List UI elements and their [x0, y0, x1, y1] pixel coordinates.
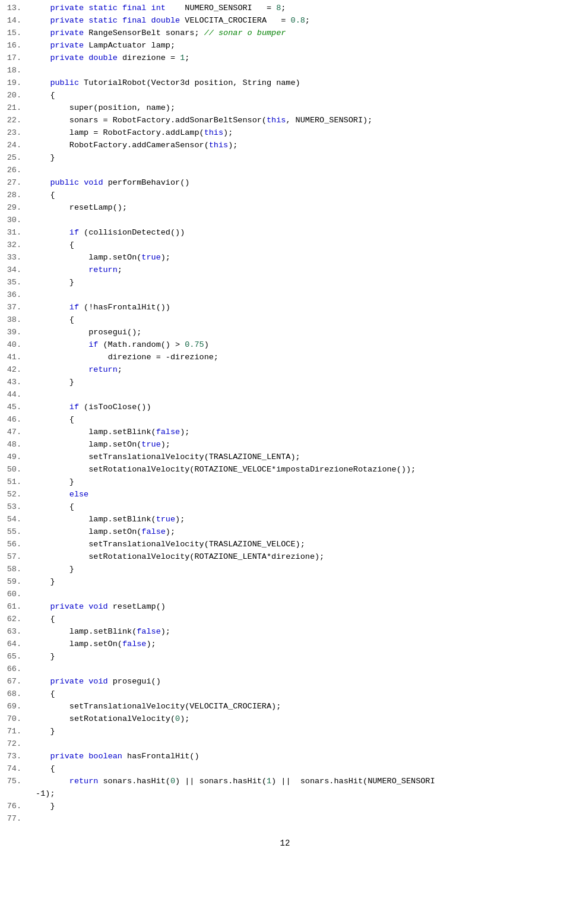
code-line: 39. prosegui();	[0, 327, 570, 339]
code-line: 17. private double direzione = 1;	[0, 52, 570, 65]
line-number: 55.	[0, 526, 31, 539]
page-number: 12	[0, 837, 570, 850]
code-line: 20. {	[0, 90, 570, 102]
code-line: 38. {	[0, 314, 570, 327]
code-line: 56. setTranslationalVelocity(TRASLAZIONE…	[0, 539, 570, 551]
code-line: 45. if (isTooClose())	[0, 401, 570, 414]
line-number: 61.	[0, 601, 31, 613]
code-line: 40. if (Math.random() > 0.75)	[0, 339, 570, 352]
line-content: return;	[31, 264, 570, 277]
code-line: 65. }	[0, 651, 570, 663]
line-number: 48.	[0, 439, 31, 451]
line-number: 16.	[0, 40, 31, 52]
code-line: 58. }	[0, 564, 570, 576]
line-content: {	[31, 414, 570, 426]
code-line: 37. if (!hasFrontalHit())	[0, 302, 570, 314]
code-line: 64. lamp.setOn(false);	[0, 638, 570, 651]
code-line: 68. {	[0, 688, 570, 701]
line-number: 70.	[0, 713, 31, 726]
line-content: lamp.setBlink(false);	[31, 626, 570, 638]
code-line: 26.	[0, 164, 570, 177]
line-number: 30.	[0, 214, 31, 227]
line-content: RobotFactory.addCameraSensor(this);	[31, 140, 570, 152]
code-line: 15. private RangeSensorBelt sonars; // s…	[0, 27, 570, 40]
line-content: {	[31, 239, 570, 252]
line-content: private static final double VELOCITA_CRO…	[31, 15, 570, 27]
code-line: 42. return;	[0, 364, 570, 376]
line-content: public TutorialRobot(Vector3d position, …	[31, 77, 570, 90]
code-line: 22. sonars = RobotFactory.addSonarBeltSe…	[0, 115, 570, 127]
line-content: lamp.setBlink(false);	[31, 426, 570, 439]
line-content: private boolean hasFrontalHit()	[31, 751, 570, 763]
code-line: 46. {	[0, 414, 570, 426]
line-content: if (!hasFrontalHit())	[31, 302, 570, 314]
code-line: 16. private LampActuator lamp;	[0, 40, 570, 52]
line-number: 35.	[0, 277, 31, 289]
line-number: 54.	[0, 514, 31, 526]
line-number: 15.	[0, 27, 31, 40]
code-line: 35. }	[0, 277, 570, 289]
code-line: 29. resetLamp();	[0, 202, 570, 214]
code-line: 66.	[0, 663, 570, 676]
line-number: 14.	[0, 15, 31, 27]
line-content: lamp.setBlink(true);	[31, 514, 570, 526]
line-content: lamp.setOn(false);	[31, 638, 570, 651]
code-line: 23. lamp = RobotFactory.addLamp(this);	[0, 127, 570, 140]
line-content: }	[31, 576, 570, 588]
code-line: 62. {	[0, 613, 570, 626]
line-content: private void resetLamp()	[31, 601, 570, 613]
line-content: direzione = -direzione;	[31, 352, 570, 364]
line-content: {	[31, 688, 570, 701]
code-line: 34. return;	[0, 264, 570, 277]
code-line: 53. {	[0, 501, 570, 514]
code-line: 69. setTranslationalVelocity(VELOCITA_CR…	[0, 701, 570, 713]
line-content: setRotationalVelocity(0);	[31, 713, 570, 726]
line-content: sonars = RobotFactory.addSonarBeltSensor…	[31, 115, 570, 127]
line-number: 40.	[0, 339, 31, 352]
line-number: 62.	[0, 613, 31, 626]
line-number: 77.	[0, 813, 31, 825]
code-line: 75. return sonars.hasHit(0) || sonars.ha…	[0, 776, 570, 788]
line-number: 65.	[0, 651, 31, 663]
line-content: }	[31, 726, 570, 738]
line-number: 67.	[0, 676, 31, 688]
line-number: 21.	[0, 102, 31, 115]
code-line: 44.	[0, 389, 570, 401]
code-line: 41. direzione = -direzione;	[0, 352, 570, 364]
line-content: }	[31, 476, 570, 489]
line-number: 18.	[0, 65, 31, 77]
line-number: 36.	[0, 289, 31, 302]
line-number: 44.	[0, 389, 31, 401]
line-number: 23.	[0, 127, 31, 140]
line-content: lamp = RobotFactory.addLamp(this);	[31, 127, 570, 140]
line-number: 29.	[0, 202, 31, 214]
line-number: 63.	[0, 626, 31, 638]
line-content: lamp.setOn(false);	[31, 526, 570, 539]
code-line: 67. private void prosegui()	[0, 676, 570, 688]
line-content: -1);	[31, 788, 570, 800]
code-line: 18.	[0, 65, 570, 77]
code-line: 60.	[0, 588, 570, 601]
line-content: setTranslationalVelocity(TRASLAZIONE_VEL…	[31, 539, 570, 551]
line-content: {	[31, 613, 570, 626]
code-line: 31. if (collisionDetected())	[0, 227, 570, 239]
code-line: 70. setRotationalVelocity(0);	[0, 713, 570, 726]
line-number: 41.	[0, 352, 31, 364]
line-number: 46.	[0, 414, 31, 426]
code-line: 13. private static final int NUMERO_SENS…	[0, 2, 570, 15]
code-line: 51. }	[0, 476, 570, 489]
line-content: {	[31, 90, 570, 102]
line-number: 58.	[0, 564, 31, 576]
line-number: 31.	[0, 227, 31, 239]
line-number: 38.	[0, 314, 31, 327]
line-content: setRotationalVelocity(ROTAZIONE_VELOCE*i…	[31, 464, 570, 476]
code-line: 27. public void performBehavior()	[0, 177, 570, 189]
line-content: }	[31, 800, 570, 813]
line-content: private void prosegui()	[31, 676, 570, 688]
line-number: 56.	[0, 539, 31, 551]
line-content: if (Math.random() > 0.75)	[31, 339, 570, 352]
code-line: 36.	[0, 289, 570, 302]
line-content: else	[31, 489, 570, 501]
line-content: {	[31, 501, 570, 514]
code-line: 21. super(position, name);	[0, 102, 570, 115]
